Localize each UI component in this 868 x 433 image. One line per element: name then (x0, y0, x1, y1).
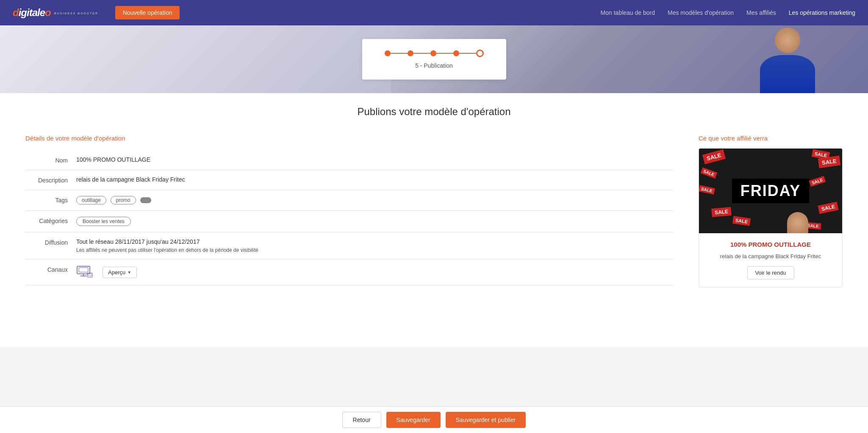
detail-row-description: Description relais de la campagne Black … (25, 170, 673, 190)
sale-tag-1: SALE (702, 149, 726, 164)
detail-row-tags: Tags outillage promo (25, 190, 673, 211)
canaux-value: Aperçu ▼ (76, 265, 673, 279)
preview-description: relais de la campagne Black Friday Frite… (707, 253, 834, 259)
diffusion-line1: Tout le réseau 28/11/2017 jusqu'au 24/12… (76, 238, 673, 245)
sale-tag-3: SALE (701, 167, 718, 179)
preview-image: SALE SALE SALE SALE SALE SALE SALE SALE … (699, 149, 842, 233)
nav-link-modeles[interactable]: Mes modèles d'opération (668, 9, 734, 16)
tags-label: Tags (25, 196, 68, 204)
channel-display-icon (76, 265, 93, 279)
diffusion-line2: Les affiliés ne peuvent pas utiliser l'o… (76, 247, 673, 253)
nav-links: Mon tableau de bord Mes modèles d'opérat… (601, 9, 855, 16)
friday-text: FRIDAY (732, 179, 810, 203)
navbar: digitaleo BUSINESS BOOSTER Nouvelle opér… (0, 0, 868, 25)
step-card: 5 - Publication (362, 39, 506, 80)
preview-column: Ce que votre affilié verra SALE SALE SAL… (699, 135, 843, 287)
sauvegarder-button[interactable]: Sauvegarder (386, 412, 441, 428)
canaux-label: Canaux (25, 265, 68, 273)
step-dot-4 (453, 50, 459, 56)
nav-link-operations[interactable]: Les opérations marketing (789, 9, 855, 16)
step-line-1 (391, 53, 408, 54)
detail-row-diffusion: Diffusion Tout le réseau 28/11/2017 jusq… (25, 232, 673, 259)
step-line-4 (459, 53, 476, 54)
tags-value: outillage promo (76, 196, 673, 204)
apercu-button[interactable]: Aperçu ▼ (103, 267, 137, 278)
svg-rect-5 (88, 274, 92, 276)
categories-label: Catégories (25, 217, 68, 224)
step-dot-3 (430, 50, 436, 56)
step-label: 5 - Publication (379, 62, 489, 69)
tag-promo: promo (111, 196, 136, 204)
nav-link-tableau[interactable]: Mon tableau de bord (601, 9, 655, 16)
nav-link-affilies[interactable]: Mes affiliés (746, 9, 776, 16)
details-section-title: Détails de votre modèle d'opération (25, 135, 673, 142)
voir-rendu-button[interactable]: Voir le rendu (747, 266, 794, 279)
description-label: Description (25, 176, 68, 184)
preview-card: SALE SALE SALE SALE SALE SALE SALE SALE … (699, 148, 843, 287)
detail-row-categories: Catégories Booster les ventes (25, 211, 673, 232)
category-pill: Booster les ventes (76, 217, 131, 226)
apercu-btn-label: Aperçu (108, 269, 125, 276)
brand-logo: digitaleo BUSINESS BOOSTER (13, 7, 98, 19)
sale-tag-10: SALE (809, 176, 826, 187)
apercu-dropdown-arrow: ▼ (127, 270, 131, 275)
tag-link-icon (140, 197, 151, 203)
brand-name: digitaleo BUSINESS BOOSTER (13, 7, 98, 19)
preview-name: 100% PROMO OUTILLAGE (707, 241, 834, 248)
nom-label: Nom (25, 156, 68, 164)
step-line-3 (436, 53, 453, 54)
preview-section-title: Ce que votre affilié verra (699, 135, 843, 142)
tag-outillage: outillage (76, 196, 106, 204)
step-dot-2 (408, 50, 413, 56)
detail-row-nom: Nom 100% PROMO OUTILLAGE (25, 150, 673, 170)
sale-tag-8: SALE (818, 201, 838, 214)
main-content: Publions votre modèle d'opération Détail… (0, 93, 868, 347)
footer-bar: Retour Sauvegarder Sauvegarder et publie… (0, 406, 868, 433)
nom-value: 100% PROMO OUTILLAGE (76, 156, 673, 163)
new-operation-button[interactable]: Nouvelle opération (115, 6, 180, 19)
details-column: Détails de votre modèle d'opération Nom … (25, 135, 673, 285)
step-line-2 (413, 53, 430, 54)
two-column-layout: Détails de votre modèle d'opération Nom … (25, 135, 843, 287)
step-dot-5 (476, 50, 484, 57)
sale-tag-7: SALE (732, 216, 751, 226)
person-face-preview (787, 212, 808, 233)
sale-tag-5: SALE (699, 185, 715, 194)
page-title: Publions votre modèle d'opération (25, 106, 843, 118)
sauvegarder-publier-button[interactable]: Sauvegarder et publier (446, 412, 526, 428)
retour-button[interactable]: Retour (342, 412, 381, 428)
svg-rect-1 (79, 268, 88, 272)
sale-tag-6: SALE (711, 207, 732, 217)
detail-row-canaux: Canaux Aperçu (25, 259, 673, 285)
step-progress (379, 50, 489, 57)
description-value: relais de la campagne Black Friday Frite… (76, 176, 673, 183)
categories-value: Booster les ventes (76, 217, 673, 226)
diffusion-label: Diffusion (25, 238, 68, 246)
preview-body: 100% PROMO OUTILLAGE relais de la campag… (699, 233, 842, 287)
hero-banner: 5 - Publication (0, 25, 868, 93)
diffusion-value: Tout le réseau 28/11/2017 jusqu'au 24/12… (76, 238, 673, 253)
step-dot-1 (385, 50, 391, 56)
person-image (741, 25, 834, 93)
